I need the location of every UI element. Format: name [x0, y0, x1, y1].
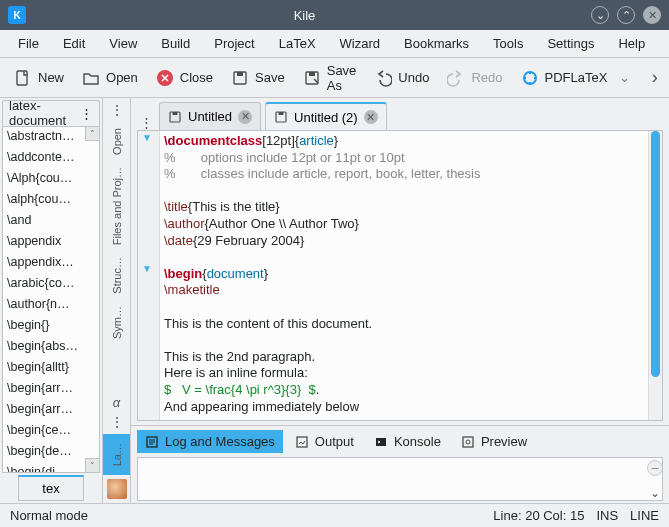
dots-icon: ⋮ — [80, 106, 93, 121]
new-button[interactable]: New — [8, 65, 70, 91]
open-button[interactable]: Open — [76, 65, 144, 91]
list-item[interactable]: \begin{ce… — [3, 421, 99, 442]
menu-file[interactable]: File — [8, 32, 49, 55]
minimize-button[interactable]: ⌄ — [591, 6, 609, 24]
palette-tab[interactable]: latex-document ⋮ — [2, 100, 100, 126]
maximize-button[interactable]: ⌃ — [617, 6, 635, 24]
list-item[interactable]: \Alph{cou… — [3, 169, 99, 190]
rail-avatar[interactable] — [103, 475, 130, 503]
svg-rect-10 — [279, 112, 284, 115]
rail-active-tab[interactable]: La… — [103, 434, 130, 475]
main-toolbar: New Open Close Save Save As Undo Redo PD… — [0, 58, 669, 98]
menu-tools[interactable]: Tools — [483, 32, 533, 55]
code-content[interactable]: \documentclass[12pt]{article} % options … — [160, 131, 648, 420]
bottom-tab-log-and-messages[interactable]: Log and Messages — [137, 430, 283, 453]
list-item[interactable]: \alph{cou… — [3, 190, 99, 211]
bottom-tab-preview[interactable]: Preview — [453, 430, 535, 453]
save-as-icon — [303, 69, 321, 87]
svg-rect-5 — [309, 72, 315, 76]
bottom-tabbar: Log and MessagesOutputKonsolePreview — [131, 425, 669, 457]
menu-build[interactable]: Build — [151, 32, 200, 55]
svg-point-15 — [466, 440, 470, 444]
collapse-button[interactable]: – — [647, 460, 663, 476]
list-item[interactable]: \arabic{co… — [3, 274, 99, 295]
code-editor[interactable]: ▼ ▼ \documentclass[12pt]{article} % opti… — [137, 130, 663, 421]
rail-overflow-bottom[interactable]: ⋮ — [103, 414, 130, 430]
scroll-up-button[interactable]: ˄ — [85, 127, 99, 141]
svg-rect-14 — [463, 437, 473, 447]
rail-alpha-icon[interactable]: α — [103, 395, 130, 410]
status-insert-mode[interactable]: INS — [596, 508, 618, 523]
tab-icon — [374, 435, 388, 449]
rail-group[interactable]: Open — [103, 122, 130, 161]
bottom-tab-label: Preview — [481, 434, 527, 449]
bottom-tab-output[interactable]: Output — [287, 430, 362, 453]
close-tab-icon[interactable]: ✕ — [238, 110, 252, 124]
rail-group[interactable]: Struc… — [103, 251, 130, 300]
editor-tabbar: ⋮ Untitled✕Untitled (2)✕ — [131, 98, 669, 130]
bottom-tab-konsole[interactable]: Konsole — [366, 430, 449, 453]
new-file-icon — [14, 69, 32, 87]
undo-button[interactable]: Undo — [368, 65, 435, 91]
tabbar-overflow[interactable]: ⋮ — [137, 115, 155, 130]
close-button[interactable]: Close — [150, 65, 219, 91]
category-tab-tex[interactable]: tex — [18, 475, 84, 501]
list-item[interactable]: \begin{arr… — [3, 400, 99, 421]
list-item[interactable]: \begin{} — [3, 316, 99, 337]
list-item[interactable]: \addconte… — [3, 148, 99, 169]
redo-button[interactable]: Redo — [441, 65, 508, 91]
menu-bookmarks[interactable]: Bookmarks — [394, 32, 479, 55]
list-item[interactable]: \begin{alltt} — [3, 358, 99, 379]
toolbar-overflow[interactable]: › — [648, 67, 661, 88]
window-title: Kile — [26, 8, 583, 23]
editor-scrollbar[interactable] — [648, 131, 662, 420]
rail-group[interactable]: Sym… — [103, 300, 130, 345]
chevron-down-icon: ⌄ — [619, 70, 630, 85]
fold-marker-icon[interactable]: ▼ — [142, 263, 152, 274]
list-item[interactable]: \begin{abs… — [3, 337, 99, 358]
close-icon — [156, 69, 174, 87]
side-rail: ⋮ OpenFiles and Proj…Struc…Sym… α ⋮ La… — [103, 98, 131, 503]
list-item[interactable]: \begin{arr… — [3, 379, 99, 400]
status-mode: Normal mode — [10, 508, 88, 523]
menu-latex[interactable]: LaTeX — [269, 32, 326, 55]
rail-group[interactable]: Files and Proj… — [103, 161, 130, 251]
list-item[interactable]: \and — [3, 211, 99, 232]
latex-command-list[interactable]: ˄ ˅ \abstractn…\addconte…\Alph{cou…\alph… — [2, 126, 100, 473]
scrollbar-thumb[interactable] — [651, 131, 660, 377]
close-window-button[interactable]: ✕ — [643, 6, 661, 24]
rail-overflow-top[interactable]: ⋮ — [103, 102, 130, 118]
menu-help[interactable]: Help — [608, 32, 655, 55]
status-line-mode[interactable]: LINE — [630, 508, 659, 523]
chevron-down-icon[interactable]: ⌄ — [650, 486, 660, 500]
editor-tab[interactable]: Untitled✕ — [159, 102, 261, 130]
menu-wizard[interactable]: Wizard — [330, 32, 390, 55]
redo-label: Redo — [471, 70, 502, 85]
rail-group-label: Files and Proj… — [111, 161, 123, 251]
menubar: FileEditViewBuildProjectLaTeXWizardBookm… — [0, 30, 669, 58]
close-tab-icon[interactable]: ✕ — [364, 110, 378, 124]
log-panel[interactable]: – ⌄ — [137, 457, 663, 501]
save-as-button[interactable]: Save As — [297, 59, 363, 97]
menu-view[interactable]: View — [99, 32, 147, 55]
svg-rect-12 — [297, 437, 307, 447]
list-item[interactable]: \appendix — [3, 232, 99, 253]
avatar-icon — [107, 479, 127, 499]
editor-tab[interactable]: Untitled (2)✕ — [265, 102, 387, 130]
bottom-tab-label: Log and Messages — [165, 434, 275, 449]
save-button[interactable]: Save — [225, 65, 291, 91]
main-area: ⋮ Untitled✕Untitled (2)✕ ▼ ▼ \documentcl… — [131, 98, 669, 503]
list-item[interactable]: \appendix… — [3, 253, 99, 274]
status-position[interactable]: Line: 20 Col: 15 — [493, 508, 584, 523]
menu-edit[interactable]: Edit — [53, 32, 95, 55]
list-item[interactable]: \author{n… — [3, 295, 99, 316]
command-palette-panel: latex-document ⋮ ˄ ˅ \abstractn…\addcont… — [0, 98, 103, 503]
engine-selector[interactable]: PDFLaTeX ⌄ — [515, 65, 637, 91]
save-icon — [274, 110, 288, 124]
rail-group-label: Open — [111, 122, 123, 161]
menu-settings[interactable]: Settings — [537, 32, 604, 55]
scroll-down-button[interactable]: ˅ — [85, 458, 99, 472]
fold-marker-icon[interactable]: ▼ — [142, 132, 152, 143]
menu-project[interactable]: Project — [204, 32, 264, 55]
fold-gutter[interactable]: ▼ ▼ — [138, 131, 160, 420]
